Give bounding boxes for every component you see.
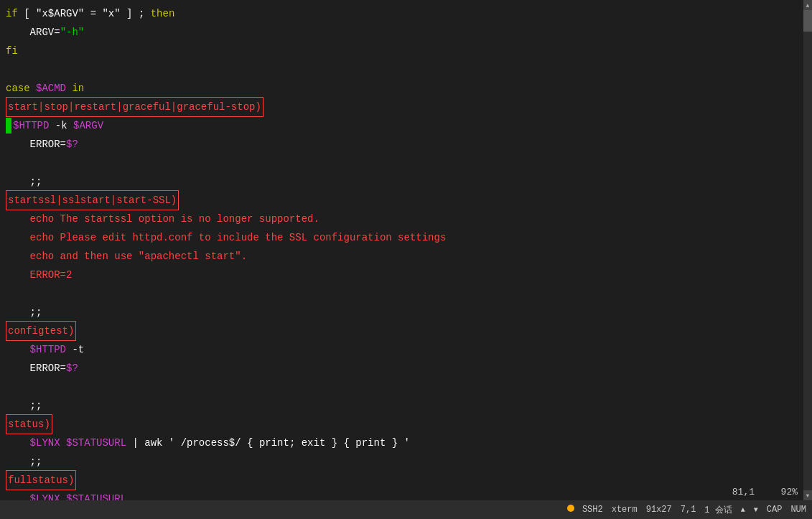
code-line-25: ;; bbox=[6, 452, 812, 471]
code-token: "x$ARGV" bbox=[36, 4, 84, 23]
echo-text-2: Please edit httpd.conf to include the SS… bbox=[54, 228, 446, 247]
code-line-4 bbox=[6, 60, 812, 79]
code-token: = bbox=[84, 4, 102, 23]
code-token: ;; bbox=[6, 303, 42, 322]
code-line-10: ;; bbox=[6, 172, 812, 191]
cursor-position: 81,1 bbox=[732, 487, 755, 497]
ssh-label: SSH2 bbox=[582, 505, 603, 515]
case-pattern-3: configtest) bbox=[6, 321, 76, 341]
code-line-1: if [ "x$ARGV" = "x" ] ; then bbox=[6, 4, 812, 23]
echo-text-3: and then use "apachectl start". bbox=[54, 247, 247, 266]
scrollbar-right[interactable]: ▲ ▼ bbox=[803, 0, 812, 500]
scroll-down-button[interactable]: ▼ bbox=[803, 490, 812, 500]
cap-label: CAP bbox=[767, 505, 783, 515]
ssh-indicator: SSH2 bbox=[567, 505, 603, 515]
variable-httpd-2: $HTTPD bbox=[30, 340, 66, 359]
variable-lynx-2: $LYNX bbox=[30, 490, 60, 500]
case-pattern-5: fullstatus) bbox=[6, 470, 76, 490]
position-label: 7,1 bbox=[681, 505, 696, 515]
awk-cmd: | awk ' /process$/ { print; exit } { pri… bbox=[126, 434, 410, 452]
scroll-up-button[interactable]: ▲ bbox=[803, 0, 812, 10]
code-space bbox=[60, 434, 66, 452]
scroll-down-status[interactable]: ▼ bbox=[754, 506, 758, 514]
scroll-up-status[interactable]: ▲ bbox=[741, 506, 745, 514]
code-line-11: startssl|sslstart|start-SSL) bbox=[6, 191, 812, 210]
echo-cmd: echo bbox=[6, 210, 54, 228]
editor-container: if [ "x$ARGV" = "x" ] ; then ARGV="-h" f… bbox=[0, 0, 812, 500]
code-line-3: fi bbox=[6, 42, 812, 60]
code-token: ] ; bbox=[121, 4, 151, 23]
terminal-size: 91x27 bbox=[646, 505, 672, 515]
variable-acmd: $ACMD bbox=[30, 79, 66, 98]
echo-text: The startssl option is no longer support… bbox=[54, 210, 319, 228]
variable-httpd: $HTTPD bbox=[13, 116, 49, 135]
code-token: ;; bbox=[6, 396, 42, 415]
code-line-17: ;; bbox=[6, 303, 812, 322]
code-line-8: ERROR=$? bbox=[6, 135, 812, 154]
code-token: ;; bbox=[6, 452, 42, 471]
scroll-thumb[interactable] bbox=[803, 10, 812, 32]
variable-lynx: $LYNX bbox=[30, 434, 60, 452]
code-line-5: case $ACMD in bbox=[6, 79, 812, 98]
code-indent bbox=[6, 340, 30, 359]
case-pattern-2: startssl|sslstart|start-SSL) bbox=[6, 190, 179, 210]
code-line-23: status) bbox=[6, 415, 812, 434]
code-area[interactable]: if [ "x$ARGV" = "x" ] ; then ARGV="-h" f… bbox=[0, 0, 812, 500]
ssh-dot bbox=[567, 505, 574, 512]
keyword-if: if bbox=[6, 4, 18, 23]
code-token: "x" bbox=[102, 4, 120, 23]
code-token: ERROR= bbox=[6, 135, 66, 154]
code-line-24: $LYNX $STATUSURL | awk ' /process$/ { pr… bbox=[6, 434, 812, 452]
status-bar: SSH2 xterm 91x27 7,1 1 会话 ▲ ▼ CAP NUM bbox=[0, 500, 812, 519]
variable-error: $? bbox=[66, 135, 78, 154]
string-token: "-h" bbox=[60, 23, 85, 42]
zoom-level: 92% bbox=[781, 487, 798, 497]
code-line-7: $HTTPD -k $ARGV bbox=[6, 116, 812, 135]
code-line-18: configtest) bbox=[6, 322, 812, 340]
status-right: SSH2 xterm 91x27 7,1 1 会话 ▲ ▼ CAP NUM bbox=[567, 504, 806, 516]
keyword-in: in bbox=[66, 79, 84, 98]
code-line-21 bbox=[6, 378, 812, 396]
code-line-14: echo and then use "apachectl start". bbox=[6, 247, 812, 266]
code-token: ARGV= bbox=[6, 23, 60, 42]
keyword-then: then bbox=[151, 4, 175, 23]
code-line-27: $LYNX $STATUSURL bbox=[6, 490, 812, 500]
num-label: NUM bbox=[790, 505, 806, 515]
sessions-label: 1 会话 bbox=[704, 504, 732, 516]
code-token: ;; bbox=[6, 172, 42, 191]
code-token: -t bbox=[66, 340, 84, 359]
green-marker bbox=[6, 118, 11, 134]
code-line-22: ;; bbox=[6, 396, 812, 415]
keyword-fi: fi bbox=[6, 42, 18, 60]
code-line-19: $HTTPD -t bbox=[6, 340, 812, 359]
code-indent bbox=[6, 434, 30, 452]
code-line-15: ERROR=2 bbox=[6, 266, 812, 284]
code-line-20: ERROR=$? bbox=[6, 359, 812, 378]
code-indent bbox=[6, 490, 30, 500]
code-line-26: fullstatus) bbox=[6, 471, 812, 490]
variable-error-2: $? bbox=[66, 359, 78, 378]
code-line-9 bbox=[6, 154, 812, 172]
echo-cmd-2: echo bbox=[6, 228, 54, 247]
code-line-6: start|stop|restart|graceful|graceful-sto… bbox=[6, 98, 812, 116]
code-line-2: ARGV="-h" bbox=[6, 23, 812, 42]
case-pattern-1: start|stop|restart|graceful|graceful-sto… bbox=[6, 97, 263, 117]
code-space bbox=[60, 490, 66, 500]
code-token: ERROR= bbox=[6, 359, 66, 378]
code-token: [ bbox=[18, 4, 36, 23]
code-line-13: echo Please edit httpd.conf to include t… bbox=[6, 228, 812, 247]
code-line-16 bbox=[6, 284, 812, 303]
case-pattern-4: status) bbox=[6, 414, 52, 434]
variable-statusurl: $STATUSURL bbox=[66, 434, 126, 452]
variable-argv: $ARGV bbox=[73, 116, 103, 135]
echo-cmd-3: echo bbox=[6, 247, 54, 266]
terminal-label: xterm bbox=[612, 505, 638, 515]
error-assign: ERROR=2 bbox=[6, 266, 72, 284]
code-line-12: echo The startssl option is no longer su… bbox=[6, 210, 812, 228]
variable-statusurl-2: $STATUSURL bbox=[66, 490, 126, 500]
code-token: -k bbox=[49, 116, 73, 135]
keyword-case: case bbox=[6, 79, 30, 98]
